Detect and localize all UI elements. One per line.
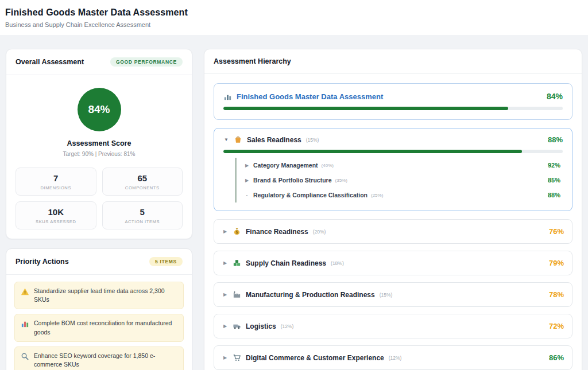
hierarchy-node-sales-readiness[interactable]: Sales Readiness (15%) 88% Category Manag… [214, 128, 572, 211]
child-label: Category Management [253, 162, 318, 169]
right-column: Assessment Hierarchy Finished Goods Mast… [204, 49, 582, 370]
sales-readiness-weight: (15%) [306, 137, 319, 143]
digital-commerce-row[interactable]: Digital Commerce & Customer Experience (… [222, 353, 564, 362]
child-label: Regulatory & Compliance Classification [253, 192, 368, 198]
stat-value: 5 [105, 207, 180, 217]
child-score: 92% [548, 162, 560, 169]
score-label: Assessment Score [16, 139, 183, 147]
cart-icon [233, 353, 241, 362]
stat-value: 10K [18, 207, 94, 217]
assessment-hierarchy-card: Assessment Hierarchy Finished Goods Mast… [204, 49, 582, 370]
hierarchy-node-manufacturing-readiness[interactable]: Manufacturing & Production Readiness (15… [214, 282, 572, 307]
page-header: Finished Goods Master Data Assessment Bu… [0, 0, 588, 35]
hierarchy-node-logistics[interactable]: Logistics (12%) 72% [214, 314, 572, 338]
node-weight: (18%) [331, 260, 344, 266]
child-score: 88% [548, 192, 560, 198]
shopping-bag-icon [234, 135, 242, 144]
bar-chart-icon [21, 320, 29, 328]
node-weight: (12%) [281, 324, 294, 329]
node-score: 79% [549, 259, 564, 267]
node-label: Supply Chain Readiness [246, 259, 326, 267]
stat-value: 7 [18, 173, 94, 183]
priority-action-item: Complete BOM cost reconciliation for man… [14, 314, 184, 341]
page-title: Finished Goods Master Data Assessment [5, 7, 588, 18]
stat-box-action-items: 5 ACTION ITEMS [102, 201, 183, 229]
node-label: Finance Readiness [246, 228, 308, 236]
node-score: 78% [549, 290, 564, 299]
assessment-hierarchy-title: Assessment Hierarchy [214, 57, 291, 65]
stat-value: 65 [105, 173, 180, 183]
node-score: 76% [549, 227, 564, 236]
finance-readiness-row[interactable]: $ Finance Readiness (20%) 76% [222, 227, 564, 236]
content: Overall Assessment GOOD PERFORMANCE 84% … [0, 35, 588, 370]
stat-label: DIMENSIONS [18, 185, 94, 190]
caret-right-icon[interactable] [222, 260, 228, 266]
hierarchy-child-category-management[interactable]: Category Management (40%) 92% [244, 158, 563, 173]
stat-box-dimensions: 7 DIMENSIONS [16, 168, 96, 196]
hierarchy-child-brand-portfolio[interactable]: Brand & Portfolio Structure (35%) 85% [244, 173, 563, 188]
priority-actions-card: Priority Actions 5 ITEMS Standardize sup… [6, 248, 192, 370]
node-label: Digital Commerce & Customer Experience [246, 354, 384, 362]
boxes-icon [233, 259, 241, 267]
hierarchy-node-digital-commerce[interactable]: Digital Commerce & Customer Experience (… [214, 345, 572, 370]
overall-assessment-title: Overall Assessment [16, 58, 84, 66]
page-subtitle: Business and Supply Chain Excellence Ass… [5, 21, 588, 28]
assessment-hierarchy-body: Finished Goods Master Data Assessment 84… [204, 74, 582, 370]
leaf-dot-icon [244, 193, 250, 198]
priority-action-item: Enhance SEO keyword coverage for 1,850 e… [14, 346, 184, 370]
priority-actions-title: Priority Actions [16, 258, 69, 266]
sales-readiness-children: Category Management (40%) 92% Brand & Po… [235, 158, 563, 202]
left-column: Overall Assessment GOOD PERFORMANCE 84% … [6, 49, 192, 370]
child-weight: (25%) [371, 193, 383, 198]
score-target-line: Target: 90% | Previous: 81% [16, 151, 183, 157]
priority-actions-list: Standardize supplier lead time data acro… [6, 275, 192, 370]
node-score: 72% [549, 322, 564, 330]
caret-right-icon[interactable] [244, 178, 250, 183]
stat-label: SKUS ASSESSED [18, 219, 94, 224]
stat-label: COMPONENTS [105, 185, 180, 190]
sales-readiness-score: 88% [548, 135, 563, 144]
node-score: 86% [549, 353, 564, 362]
progress-track [223, 150, 563, 153]
supply-chain-readiness-row[interactable]: Supply Chain Readiness (18%) 79% [222, 259, 564, 267]
hierarchy-root-score: 84% [547, 92, 563, 101]
sales-readiness-row[interactable]: Sales Readiness (15%) 88% [223, 135, 563, 144]
svg-text:$: $ [236, 230, 238, 235]
node-weight: (12%) [389, 355, 402, 361]
hierarchy-node-finance-readiness[interactable]: $ Finance Readiness (20%) 76% [214, 219, 572, 244]
logistics-row[interactable]: Logistics (12%) 72% [222, 322, 564, 330]
caret-down-icon[interactable] [223, 137, 229, 142]
items-count-badge: 5 ITEMS [149, 257, 183, 266]
hierarchy-node-supply-chain-readiness[interactable]: Supply Chain Readiness (18%) 79% [214, 251, 572, 275]
performance-badge: GOOD PERFORMANCE [110, 57, 183, 67]
node-label: Manufacturing & Production Readiness [246, 291, 375, 299]
priority-action-text: Enhance SEO keyword coverage for 1,850 e… [34, 352, 177, 369]
warning-icon [21, 287, 29, 296]
caret-right-icon[interactable] [222, 229, 228, 234]
assessment-hierarchy-header: Assessment Hierarchy [204, 49, 582, 74]
overall-assessment-card: Overall Assessment GOOD PERFORMANCE 84% … [6, 49, 192, 239]
caret-right-icon[interactable] [222, 292, 228, 297]
stats-grid: 7 DIMENSIONS 65 COMPONENTS 10K SKUS ASSE… [16, 168, 183, 229]
caret-right-icon[interactable] [244, 163, 250, 168]
priority-actions-header: Priority Actions 5 ITEMS [6, 249, 192, 275]
hierarchy-child-regulatory-compliance[interactable]: Regulatory & Compliance Classification (… [244, 188, 563, 202]
overall-assessment-body: 84% Assessment Score Target: 90% | Previ… [6, 75, 192, 239]
manufacturing-readiness-row[interactable]: Manufacturing & Production Readiness (15… [222, 290, 564, 299]
node-label: Logistics [246, 322, 276, 330]
child-weight: (35%) [335, 178, 347, 183]
progress-track [223, 107, 563, 110]
priority-action-item: Standardize supplier lead time data acro… [14, 282, 184, 309]
stat-box-components: 65 COMPONENTS [102, 168, 183, 196]
score-circle: 84% [78, 88, 121, 131]
progress-fill [223, 150, 522, 153]
hierarchy-root-label: Finished Goods Master Data Assessment [237, 92, 383, 101]
caret-right-icon[interactable] [222, 324, 228, 329]
hierarchy-root-node[interactable]: Finished Goods Master Data Assessment 84… [214, 83, 572, 120]
hierarchy-root-row[interactable]: Finished Goods Master Data Assessment 84… [223, 92, 563, 101]
progress-fill [223, 107, 508, 110]
score-value: 84% [88, 103, 110, 116]
factory-icon [233, 290, 241, 299]
child-label: Brand & Portfolio Structure [253, 177, 332, 184]
caret-right-icon[interactable] [222, 355, 228, 360]
